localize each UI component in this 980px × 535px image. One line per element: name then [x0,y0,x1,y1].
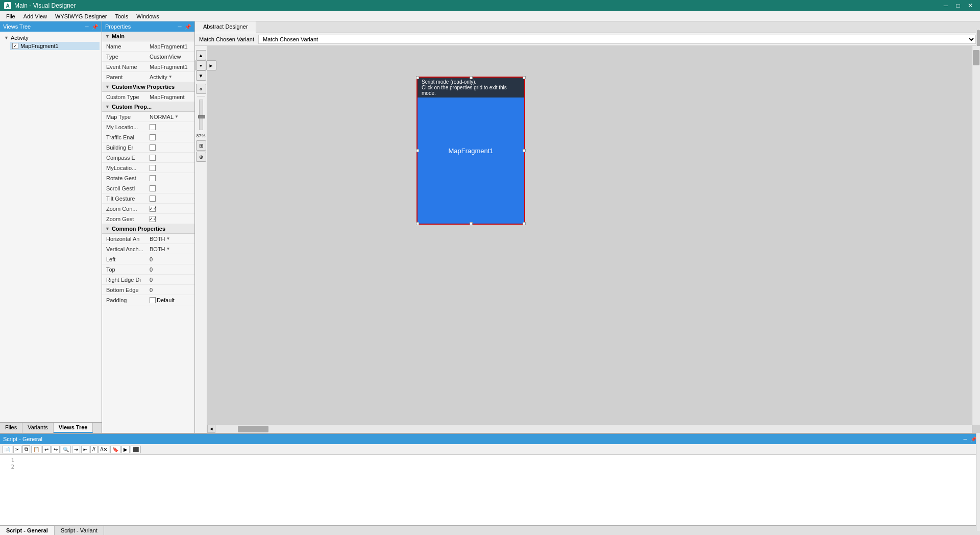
nav-up-btn[interactable]: ▲ [196,50,206,60]
tree-item-activity[interactable]: ▼ Activity [2,34,100,42]
views-tree-header-btns[interactable]: ─ 📌 [83,23,99,30]
menu-wysiwyg[interactable]: WYSIWYG Designer [51,11,111,21]
handle-top-mid[interactable] [470,76,473,79]
zoom-slider-thumb[interactable] [198,115,205,118]
prop-traffic[interactable]: Traffic Enal [102,132,194,142]
prop-map-type[interactable]: Map Type NORMAL ▼ [102,112,194,122]
prop-zoom-con-checkbox[interactable]: ✓ [150,206,156,212]
script-tool-outdent[interactable]: ⇤ [81,446,89,453]
script-tool-new[interactable]: 📄 [2,446,12,453]
zoom-fit-btn[interactable]: ⊞ [196,140,206,151]
prop-compass-checkbox[interactable] [150,155,156,161]
v-scrollbar[interactable] [972,46,980,425]
zoom-add-btn[interactable]: ⊕ [196,152,206,162]
script-tool-search[interactable]: 🔍 [61,446,71,453]
handle-bot-left[interactable] [416,222,419,225]
prop-traffic-checkbox[interactable] [150,134,156,140]
script-tool-indent[interactable]: ⇥ [72,446,80,453]
prop-bottom-edge[interactable]: Bottom Edge 0 [102,285,194,295]
prop-parent[interactable]: Parent Activity ▼ [102,72,194,82]
variant-select[interactable]: Match Chosen Variant [258,35,976,44]
script-header-btns[interactable]: ─ 📌 [962,435,977,443]
prop-zoom-gest-checkbox[interactable]: ✓ [150,216,156,222]
tab-variants[interactable]: Variants [22,423,54,433]
prop-building[interactable]: Building Er [102,142,194,153]
nav-back-btn[interactable]: « [196,84,206,94]
handle-mid-right[interactable] [523,149,526,152]
handle-bot-right[interactable] [523,222,526,225]
prop-padding-checkbox[interactable] [150,297,156,303]
script-tool-redo[interactable]: ↪ [52,446,60,453]
designer-tab-abstract[interactable]: Abstract Designer [195,21,256,33]
script-tool-comment[interactable]: // [90,446,97,453]
prop-left[interactable]: Left 0 [102,254,194,264]
script-tab-general[interactable]: Script - General [0,526,55,535]
prop-scroll-gest[interactable]: Scroll Gestl [102,183,194,193]
section-custom-prop[interactable]: ▼ Custom Prop... [102,102,194,112]
handle-mid-left[interactable] [416,149,419,152]
prop-my-location2-checkbox[interactable] [150,165,156,171]
maximize-button[interactable]: □ [952,0,964,11]
prop-my-location2[interactable]: MyLocatio... [102,163,194,173]
prop-scroll-gest-checkbox[interactable] [150,185,156,191]
script-tool-run[interactable]: ▶ [121,446,130,453]
handle-top-right[interactable] [523,76,526,79]
nav-down-btn[interactable]: ▼ [196,70,206,81]
script-tool-uncomment[interactable]: //✕ [99,446,110,453]
prop-map-type-value[interactable]: NORMAL ▼ [150,114,192,120]
section-main[interactable]: ▼ Main [102,32,194,41]
prop-vert-anchor-value[interactable]: BOTH ▼ [150,246,192,252]
nav-center-btn[interactable]: ● [196,60,206,70]
prop-compass[interactable]: Compass E [102,153,194,163]
prop-name[interactable]: Name MapFragment1 [102,41,194,52]
prop-custom-type[interactable]: Custom Type MapFragment [102,92,194,102]
properties-header-btns[interactable]: ─ 📌 [176,23,191,30]
menu-windows[interactable]: Windows [132,11,163,21]
tab-files[interactable]: Files [0,423,22,433]
prop-my-location-checkbox[interactable] [150,124,156,130]
menu-file[interactable]: File [2,11,19,21]
script-tool-bookmark[interactable]: 🔖 [110,446,120,453]
prop-rotate-gest[interactable]: Rotate Gest [102,173,194,183]
script-collapse-btn[interactable]: ─ [962,435,969,443]
script-tool-cut[interactable]: ✂ [13,446,21,453]
v-scroll-thumb[interactable] [973,50,979,65]
section-customview[interactable]: ▼ CustomView Properties [102,82,194,92]
tree-item-mapfragment[interactable]: ✓ MapFragment1 [10,42,100,50]
prop-my-location[interactable]: My Locatio... [102,122,194,132]
prop-zoom-con[interactable]: Zoom Con... ✓ [102,204,194,214]
script-tool-copy[interactable]: ⧉ [22,445,30,453]
prop-rotate-gest-checkbox[interactable] [150,175,156,181]
window-controls[interactable]: ─ □ ✕ [940,0,976,11]
prop-top[interactable]: Top 0 [102,264,194,275]
h-scrollbar[interactable] [207,425,972,433]
prop-type[interactable]: Type CustomView [102,52,194,62]
prop-zoom-gest[interactable]: Zoom Gest ✓ [102,214,194,224]
prop-horiz-anchor[interactable]: Horizontal An BOTH ▼ [102,234,194,244]
handle-bot-mid[interactable] [470,222,473,225]
prop-vert-anchor[interactable]: Vertical Anch... BOTH ▼ [102,244,194,254]
close-button[interactable]: ✕ [965,0,976,11]
properties-collapse-btn[interactable]: ─ [176,23,183,30]
script-tool-stop[interactable]: ⬛ [131,446,141,453]
script-tool-undo[interactable]: ↩ [42,446,51,453]
minimize-button[interactable]: ─ [940,0,951,11]
h-scroll-thumb[interactable] [238,426,268,432]
widget-container[interactable]: Script mode (read-only). Click on the pr… [416,77,525,225]
menu-add-view[interactable]: Add View [19,11,51,21]
script-tool-paste[interactable]: 📋 [31,446,41,453]
prop-event-name[interactable]: Event Name MapFragment1 [102,62,194,72]
prop-tilt-gesture[interactable]: Tilt Gesture [102,193,194,204]
prop-horiz-anchor-value[interactable]: BOTH ▼ [150,236,192,242]
menu-tools[interactable]: Tools [111,11,132,21]
properties-pin-btn[interactable]: 📌 [184,23,191,30]
script-editor[interactable] [16,457,976,523]
prop-padding[interactable]: Padding Default [102,295,194,305]
prop-building-checkbox[interactable] [150,144,156,151]
tab-views-tree[interactable]: Views Tree [54,423,93,433]
script-tab-variant[interactable]: Script - Variant [55,526,104,535]
section-common[interactable]: ▼ Common Properties [102,224,194,234]
prop-tilt-gesture-checkbox[interactable] [150,196,156,202]
prop-right-edge[interactable]: Right Edge Di 0 [102,275,194,285]
views-tree-collapse-btn[interactable]: ─ [83,23,90,30]
